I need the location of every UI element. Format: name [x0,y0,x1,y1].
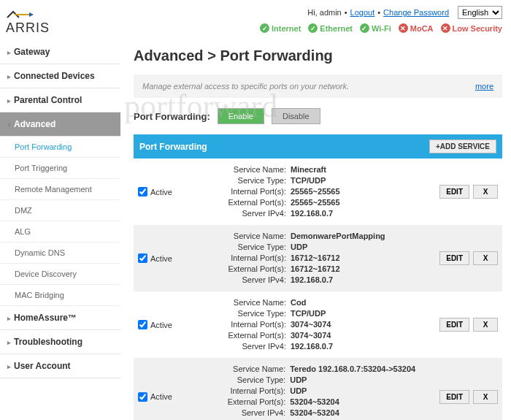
active-label: Active [150,188,172,196]
actions-cell: EDITX [439,185,498,199]
check-icon: ✓ [308,23,318,33]
active-cell: Active [138,187,182,196]
delete-button[interactable]: X [473,185,498,199]
sidebar-sub-remote-management[interactable]: Remote Management [0,179,120,200]
sidebar-sub-alg[interactable]: ALG [0,221,120,243]
sidebar-item-homeassure[interactable]: HomeAssure™ [0,306,120,330]
sidebar-sub-port-triggering[interactable]: Port Triggering [0,158,120,179]
check-icon: ✓ [360,23,369,33]
actions-cell: EDITX [439,251,498,265]
disable-button[interactable]: Disable [272,108,320,124]
active-label: Active [150,321,172,329]
header-right: Hi, admin • Logout • Change Password Eng… [260,6,502,33]
add-service-button[interactable]: +ADD SERVICE [429,140,496,153]
change-password-link[interactable]: Change Password [383,8,449,17]
field-labels: Service Name:Service Type:Internal Port(… [188,297,286,352]
description-text: Manage external access to specific ports… [142,82,349,91]
actions-cell: EDITX [439,318,498,332]
logout-link[interactable]: Logout [350,8,375,17]
rule-row: ActiveService Name:Service Type:Internal… [134,358,502,420]
active-cell: Active [138,320,182,329]
status-internet: ✓Internet [260,23,301,33]
check-icon: ✓ [260,23,269,33]
content: Advanced > Port Forwarding Manage extern… [120,40,511,420]
sidebar-item-connected-devices[interactable]: Connected Devices [0,64,120,88]
edit-button[interactable]: EDIT [439,251,469,265]
active-cell: Active [138,253,182,263]
details-cell: Service Name:Service Type:Internal Port(… [188,364,434,420]
field-values: MinecraftTCP/UDP25565~2556525565~2556519… [286,164,340,219]
active-checkbox[interactable] [138,187,147,196]
user-line: Hi, admin • Logout • Change Password Eng… [260,6,502,19]
sidebar-sub-dmz[interactable]: DMZ [0,200,120,221]
x-icon: ✕ [399,23,408,33]
sidebar-item-advanced[interactable]: Advanced [0,112,120,137]
more-link[interactable]: more [475,82,493,91]
delete-button[interactable]: X [473,318,498,332]
rule-row: ActiveService Name:Service Type:Internal… [134,225,502,291]
edit-button[interactable]: EDIT [439,318,469,332]
field-values: DemonwarePortMappingUDP16712~1671216712~… [286,231,385,286]
rules-container: ActiveService Name:Service Type:Internal… [134,159,502,420]
status-moca: ✕MoCA [399,23,434,33]
sidebar-sub-port-forwarding[interactable]: Port Forwarding [0,137,120,158]
description-box: Manage external access to specific ports… [134,75,502,98]
actions-cell: EDITX [439,390,498,404]
details-cell: Service Name:Service Type:Internal Port(… [188,231,434,286]
status-wifi: ✓Wi-Fi [360,23,391,33]
field-labels: Service Name:Service Type:Internal Port(… [188,231,286,286]
page-title: Advanced > Port Forwarding [134,47,502,64]
rule-row: ActiveService Name:Service Type:Internal… [134,159,502,225]
sidebar-item-parental-control[interactable]: Parental Control [0,88,120,112]
toggle-row: Port Forwarding: Enable Disable [134,98,502,134]
field-values: Teredo 192.168.0.7:53204->53204 UDPUDP53… [285,364,434,420]
delete-button[interactable]: X [473,390,498,404]
x-icon: ✕ [441,23,450,33]
active-checkbox[interactable] [138,320,147,329]
enable-button[interactable]: Enable [218,108,264,124]
active-checkbox[interactable] [138,392,147,402]
active-checkbox[interactable] [138,253,147,263]
status-line: ✓Internet ✓Ethernet ✓Wi-Fi ✕MoCA ✕Low Se… [260,23,502,33]
sidebar-item-troubleshooting[interactable]: Troubleshooting [0,330,120,354]
greeting: Hi, admin [307,8,341,17]
active-cell: Active [138,392,182,402]
status-ethernet: ✓Ethernet [308,23,353,33]
sidebar-sub-dynamic-dns[interactable]: Dynamic DNS [0,243,120,264]
header: ARRIS Hi, admin • Logout • Change Passwo… [0,0,511,40]
edit-button[interactable]: EDIT [439,185,469,199]
sidebar: Gateway Connected Devices Parental Contr… [0,40,120,420]
field-values: CodTCP/UDP3074~30743074~3074192.168.0.7 [286,297,333,352]
toggle-label: Port Forwarding: [134,111,210,122]
main: Gateway Connected Devices Parental Contr… [0,40,511,420]
panel-title: Port Forwarding [139,142,207,152]
sep: • [345,8,347,17]
edit-button[interactable]: EDIT [439,390,469,404]
logo-icon [6,10,35,19]
language-select[interactable]: English [458,6,502,19]
delete-button[interactable]: X [473,251,498,265]
status-security: ✕Low Security [441,23,502,33]
sidebar-item-gateway[interactable]: Gateway [0,40,120,64]
brand-text: ARRIS [6,20,50,36]
sidebar-sub-device-discovery[interactable]: Device Discovery [0,264,120,285]
sidebar-sub-mac-bridging[interactable]: MAC Bridging [0,285,120,306]
field-labels: Service Name:Service Type:Internal Port(… [188,364,285,420]
rule-row: ActiveService Name:Service Type:Internal… [134,291,502,358]
panel-header: Port Forwarding +ADD SERVICE [134,134,502,159]
field-labels: Service Name:Service Type:Internal Port(… [188,164,286,219]
active-label: Active [150,392,172,401]
sidebar-item-user-account[interactable]: User Account [0,354,120,378]
logo: ARRIS [6,6,50,36]
details-cell: Service Name:Service Type:Internal Port(… [188,164,434,219]
sep: • [377,8,380,17]
details-cell: Service Name:Service Type:Internal Port(… [188,297,434,352]
active-label: Active [150,254,172,263]
